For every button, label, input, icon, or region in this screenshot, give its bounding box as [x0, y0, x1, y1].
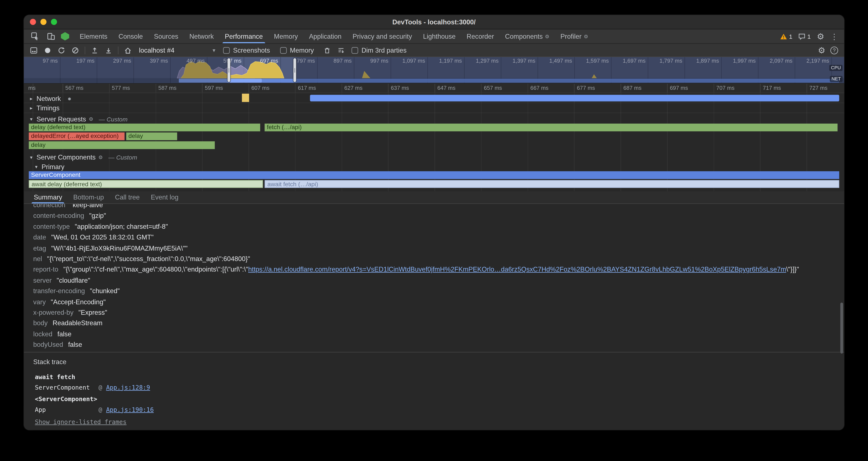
checkbox-icon — [223, 47, 230, 54]
entry-await-delay[interactable]: await delay (deferred text) — [29, 180, 263, 188]
network-request-bar[interactable] — [310, 95, 839, 102]
header-row: bodyReadableStream — [24, 318, 844, 329]
capture-settings-gear-icon[interactable]: ⚙ — [818, 46, 826, 54]
tab-summary[interactable]: Summary — [28, 191, 68, 203]
close-button[interactable] — [30, 19, 36, 25]
tab-memory[interactable]: Memory — [269, 29, 304, 43]
record-button[interactable] — [41, 44, 54, 56]
zoom-button[interactable] — [51, 19, 57, 25]
header-name: body — [33, 319, 48, 327]
frame-source-link[interactable]: App.js:190:16 — [106, 406, 154, 413]
checkbox-icon — [351, 47, 358, 54]
entry-delay[interactable]: delay — [29, 141, 215, 149]
net-lane-label: NET — [830, 76, 843, 82]
header-name: content-encoding — [33, 212, 84, 220]
entry-server-component[interactable]: ServerComponent — [29, 171, 839, 179]
header-value: "W/\"4b1-RjEJloX9kRinu6F0MAZMmy6E5iA\"" — [51, 244, 188, 252]
console-warnings-badge[interactable]: 1 — [780, 33, 793, 39]
load-profile-button[interactable] — [88, 44, 101, 56]
list-arrow-icon — [337, 46, 345, 54]
track-primary-group-header[interactable]: ▾ Primary — [34, 163, 64, 171]
memory-checkbox[interactable]: Memory — [280, 46, 314, 54]
overview-dim-right — [296, 57, 844, 83]
tab-recorder[interactable]: Recorder — [461, 29, 500, 43]
details-tabbar: Summary Bottom-up Call tree Event log — [24, 191, 844, 204]
entry-fetch-api[interactable]: fetch (…/api) — [265, 123, 838, 131]
selection-handle-left[interactable] — [227, 58, 230, 82]
track-network-header[interactable]: ▸ Network — [29, 95, 71, 103]
issue-count: 1 — [807, 33, 811, 39]
entry-delay[interactable]: delay — [126, 132, 177, 140]
show-ignore-listed-frames-link[interactable]: Show ignore-listed frames — [35, 418, 126, 426]
collect-garbage-button[interactable] — [320, 44, 334, 56]
ignore-listing-button[interactable] — [335, 44, 348, 56]
frame-source-link[interactable]: App.js:128:9 — [106, 384, 150, 391]
tab-privacy-and-security[interactable]: Privacy and security — [347, 29, 417, 43]
custom-track-gear-icon: ⚙ — [98, 154, 103, 160]
tab-profiler[interactable]: Profiler⚙ — [555, 29, 594, 43]
tab-application[interactable]: Application — [304, 29, 347, 43]
tab-bottom-up[interactable]: Bottom-up — [68, 191, 110, 203]
more-options-icon[interactable]: ⋮ — [830, 32, 838, 40]
custom-track-gear-icon: ⚙ — [89, 116, 93, 122]
details-scrollbar[interactable] — [840, 302, 843, 353]
upload-icon — [91, 46, 98, 54]
tab-performance[interactable]: Performance — [219, 29, 269, 43]
timeline-overview[interactable]: 97 ms197 ms297 ms397 ms497 ms597 ms697 m… — [24, 57, 844, 84]
header-name: server — [33, 277, 52, 284]
tab-components[interactable]: Components⚙ — [500, 29, 555, 43]
entry-delayed-error[interactable]: delayedError (…ayed exception) — [29, 132, 125, 140]
entry-delay-deferred-text[interactable]: delay (deferred text) — [29, 123, 260, 131]
screenshots-checkbox[interactable]: Screenshots — [223, 46, 270, 54]
panel-layout-button[interactable] — [27, 44, 40, 56]
value-suffix: \"}]}" — [786, 266, 799, 273]
header-name: vary — [33, 298, 46, 306]
dim-3rd-parties-checkbox[interactable]: Dim 3rd parties — [351, 46, 407, 54]
stack-group-label: await fetch — [35, 373, 844, 381]
track-server-requests-header[interactable]: ▾ Server Requests ⚙ — Custom — [29, 115, 127, 123]
tab-console[interactable]: Console — [113, 29, 149, 43]
frame-function: ServerComponent — [35, 384, 98, 391]
tab-event-log[interactable]: Event log — [145, 191, 184, 203]
toolbar-right-icons: ⚙ ? — [818, 46, 841, 54]
inspect-element-icon[interactable] — [29, 31, 41, 42]
track-timings-header[interactable]: ▸ Timings — [29, 104, 60, 112]
minimize-button[interactable] — [40, 19, 46, 25]
track-server-components-header[interactable]: ▾ Server Components ⚙ — Custom — [29, 153, 137, 161]
row-separator — [24, 113, 844, 113]
stack-trace-heading: Stack trace — [24, 358, 844, 366]
track-config-dot-icon[interactable] — [68, 97, 71, 100]
network-request-block[interactable] — [242, 94, 249, 102]
settings-gear-icon[interactable]: ⚙ — [817, 32, 824, 40]
live-metrics-button[interactable] — [121, 44, 134, 56]
header-value: "keep-alive" — [70, 204, 105, 209]
header-value: "{\"group\":\"cf-nel\",\"max_age\":60480… — [63, 266, 799, 273]
track-name: Server Components — [36, 153, 96, 161]
tab-label: Components — [505, 32, 543, 40]
warning-count: 1 — [789, 33, 793, 39]
clear-button[interactable] — [68, 44, 82, 56]
tab-sources[interactable]: Sources — [149, 29, 184, 43]
tab-call-tree[interactable]: Call tree — [110, 191, 145, 203]
record-and-reload-button[interactable] — [55, 44, 68, 56]
entry-await-fetch[interactable]: await fetch (…/api) — [265, 180, 839, 188]
timeline-ruler[interactable]: ms 567 ms577 ms587 ms597 ms607 ms617 ms6… — [24, 84, 844, 93]
devtools-window: DevTools - localhost:3000/ Elements Cons… — [24, 15, 844, 430]
header-name: connection — [33, 204, 65, 209]
tab-lighthouse[interactable]: Lighthouse — [417, 29, 461, 43]
summary-pane[interactable]: connection"keep-alive" content-encoding"… — [24, 204, 844, 430]
download-icon — [105, 46, 112, 54]
help-icon[interactable]: ? — [830, 46, 838, 54]
selection-handle-right[interactable] — [293, 58, 296, 82]
report-url-link[interactable]: https://a.nel.cloudflare.com/report/v4?s… — [248, 266, 786, 273]
save-profile-button[interactable] — [102, 44, 115, 56]
flame-chart[interactable]: ▸ Network ▸ Timings ▾ Server Requests ⚙ … — [24, 93, 844, 191]
issues-badge[interactable]: 1 — [799, 33, 811, 39]
history-select[interactable]: localhost #4 ▾ — [135, 46, 219, 54]
extension-logo-icon[interactable] — [61, 32, 69, 40]
tab-elements[interactable]: Elements — [74, 29, 113, 43]
trash-icon — [323, 46, 331, 54]
device-toolbar-icon[interactable] — [45, 31, 57, 42]
header-value: "cloudflare" — [57, 277, 90, 284]
tab-network[interactable]: Network — [184, 29, 219, 43]
